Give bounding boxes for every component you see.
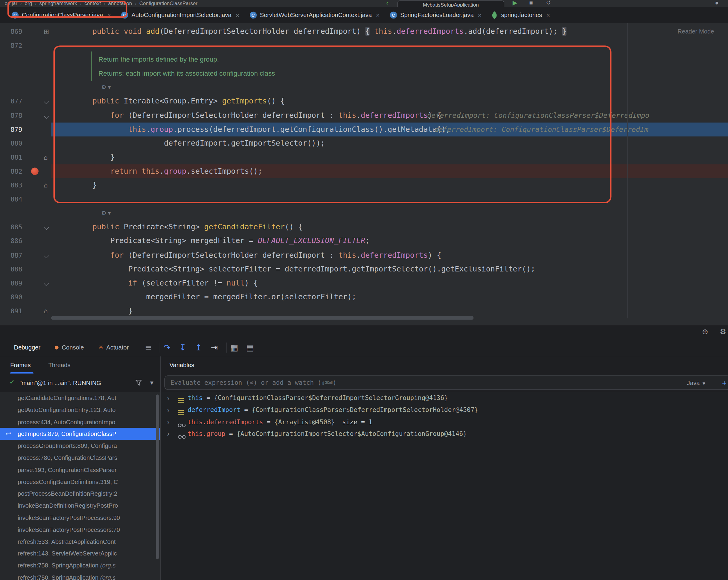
run-icon[interactable]: ▶ <box>513 0 517 6</box>
step-into-icon[interactable]: ↧ <box>179 339 186 357</box>
editor-horizontal-scrollbar[interactable] <box>51 316 474 320</box>
fold-end-icon[interactable]: ⌂ <box>44 304 48 318</box>
stack-frame-row[interactable]: invokeBeanFactoryPostProcessors:70 <box>0 524 160 536</box>
thread-status[interactable]: "main"@1 in ...ain": RUNNING <box>20 374 101 392</box>
expand-chevron-icon[interactable]: › <box>167 416 170 428</box>
code-line[interactable]: } <box>51 178 728 192</box>
variables-panel[interactable]: ›this = {ConfigurationClassParser$Deferr… <box>161 392 728 580</box>
stack-frame-row[interactable]: refresh:758, SpringApplication (org.s <box>0 560 160 572</box>
run-configuration-selector[interactable]: MybatisSetupApplication <box>397 1 504 7</box>
target-icon[interactable]: ⊕ <box>702 327 708 336</box>
code-line[interactable]: mergedFilter = mergedFilter.or(selectorF… <box>51 290 728 304</box>
stack-frame-row[interactable]: parse:193, ConfigurationClassParser <box>0 464 160 476</box>
filter-funnel-icon[interactable] <box>135 379 142 386</box>
search-icon[interactable]: ● <box>715 0 719 6</box>
fold-chevron-icon[interactable] <box>44 253 49 258</box>
stack-frame-row[interactable]: refresh:750, SpringApplication (org.s <box>0 572 160 580</box>
fold-chevron-icon[interactable] <box>44 99 49 105</box>
step-out-icon[interactable]: ↥ <box>195 339 202 357</box>
code-line[interactable] <box>51 38 728 53</box>
close-tab-icon[interactable]: × <box>107 11 111 19</box>
code-line[interactable]: public void add(DeferredImportSelectorHo… <box>51 25 728 38</box>
back-arrow-icon[interactable]: ‹ <box>386 0 389 6</box>
editor-tab[interactable]: CSpringFactoriesLoader.java× <box>385 7 487 23</box>
editor-tab[interactable]: CServletWebServerApplicationContext.java… <box>244 7 385 23</box>
stack-frame-row[interactable]: getCandidateConfigurations:178, Aut <box>0 392 160 404</box>
close-tab-icon[interactable]: × <box>376 11 380 19</box>
stack-frame-row[interactable]: postProcessBeanDefinitionRegistry:2 <box>0 488 160 500</box>
doc-render-gear-icon[interactable]: ⚙ ▾ <box>101 206 111 220</box>
fold-end-icon[interactable]: ⌂ <box>44 150 48 164</box>
doc-render-gear-icon[interactable]: ⚙ ▾ <box>101 80 111 95</box>
variable-row[interactable]: ›this = {ConfigurationClassParser$Deferr… <box>161 392 728 404</box>
rerun-icon[interactable]: ↺ <box>546 0 551 6</box>
variable-row[interactable]: ›this.group = {AutoConfigurationImportSe… <box>161 428 728 440</box>
run-to-cursor-icon[interactable]: ⇥ <box>211 339 218 357</box>
reader-mode-label[interactable]: Reader Mode <box>677 28 714 35</box>
variable-row[interactable]: ›this.deferredImports = {ArrayList@4508}… <box>161 416 728 428</box>
editor-tab[interactable]: spring.factories× <box>487 7 555 23</box>
variable-row[interactable]: ›deferredImport = {ConfigurationClassPar… <box>161 404 728 416</box>
frames-list[interactable]: getCandidateConfigurations:178, AutgetAu… <box>0 392 160 580</box>
close-tab-icon[interactable]: × <box>236 11 240 19</box>
tab-variables[interactable]: Variables <box>170 357 194 373</box>
code-line[interactable]: Predicate<String> mergedFilter = DEFAULT… <box>51 234 728 248</box>
breadcrumb-item[interactable]: context <box>84 1 101 6</box>
evaluate-expression-bar[interactable]: Evaluate expression (⏎) or add a watch (… <box>164 375 728 390</box>
code-line[interactable]: deferredImport.getImportSelector()); <box>51 136 728 150</box>
breadcrumb-item[interactable]: ConfigurationClassParser <box>139 1 198 6</box>
fold-chevron-icon[interactable] <box>44 225 49 230</box>
code-line[interactable] <box>51 192 728 206</box>
step-over-icon[interactable]: ↷ <box>163 339 170 357</box>
fold-chevron-icon[interactable] <box>44 113 49 119</box>
breadcrumb-item[interactable]: org <box>25 1 32 6</box>
expand-chevron-icon[interactable]: › <box>167 404 170 416</box>
stack-frame-row[interactable]: process:780, ConfigurationClassPars <box>0 452 160 464</box>
breadcrumb-item[interactable]: annotation <box>108 1 132 6</box>
close-tab-icon[interactable]: × <box>478 11 482 19</box>
stop-icon[interactable]: ■ <box>529 0 533 6</box>
stack-frame-row[interactable]: ↩getImports:879, ConfigurationClassP <box>0 428 160 440</box>
code-editor[interactable]: 869⊞ public void add(DeferredImportSelec… <box>0 23 728 325</box>
fold-chevron-icon[interactable] <box>44 281 49 286</box>
tab-console[interactable]: Console <box>55 339 84 357</box>
editor-tab[interactable]: CAutoConfigurationImportSelector.java× <box>116 7 244 23</box>
code-line[interactable]: } <box>51 150 728 164</box>
breakpoint-icon[interactable] <box>31 167 38 175</box>
code-line[interactable]: public Iterable<Group.Entry> getImports(… <box>51 95 728 108</box>
tab-threads[interactable]: Threads <box>48 357 70 373</box>
tab-frames[interactable]: Frames <box>10 357 30 373</box>
code-line[interactable]: Predicate<String> selectorFilter = defer… <box>51 262 728 276</box>
stack-frame-row[interactable]: invokeBeanDefinitionRegistryPostPro <box>0 500 160 512</box>
stack-frame-row[interactable]: processGroupImports:809, Configura <box>0 440 160 452</box>
expand-chevron-icon[interactable]: › <box>167 392 170 404</box>
stack-frame-row[interactable]: refresh:143, ServletWebServerApplic <box>0 548 160 560</box>
fold-end-icon[interactable]: ⌂ <box>44 178 48 192</box>
code-line[interactable]: return this.group.selectImports(); <box>51 164 728 178</box>
tab-debugger[interactable]: Debugger <box>14 339 41 357</box>
breadcrumb[interactable]: oe.jar›org›springframework›context›annot… <box>5 0 198 7</box>
stack-frame-row[interactable]: invokeBeanFactoryPostProcessors:90 <box>0 512 160 524</box>
view-grid-icon[interactable]: ▦ <box>230 339 238 357</box>
thread-dropdown-chevron-icon[interactable]: ▼ <box>149 374 154 392</box>
stack-frame-row[interactable]: refresh:533, AbstractApplicationCont <box>0 536 160 548</box>
code-line[interactable]: if (selectorFilter != null) { <box>51 276 728 290</box>
expand-chevron-icon[interactable]: › <box>167 428 170 440</box>
tab-actuator[interactable]: ✳Actuator <box>98 339 129 357</box>
code-line[interactable]: for (DeferredImportSelectorHolder deferr… <box>51 248 728 262</box>
layout-settings-icon[interactable]: ▤ <box>246 339 254 357</box>
stack-frame-row[interactable]: processConfigBeanDefinitions:319, C <box>0 476 160 488</box>
stack-frame-row[interactable]: process:434, AutoConfigurationImpo <box>0 416 160 428</box>
language-selector[interactable]: Java▼ <box>687 376 706 390</box>
fold-expand-icon[interactable]: ⊞ <box>44 25 49 38</box>
breadcrumb-item[interactable]: oe.jar <box>5 1 18 6</box>
stack-frame-row[interactable]: getAutoConfigurationEntry:123, Auto <box>0 404 160 416</box>
frames-scrollbar[interactable] <box>156 394 159 559</box>
close-tab-icon[interactable]: × <box>546 11 550 19</box>
settings-gear-icon[interactable]: ⚙ <box>720 327 726 336</box>
threads-view-icon[interactable]: ≡ <box>145 339 152 357</box>
code-line[interactable]: public Predicate<String> getCandidateFil… <box>51 220 728 234</box>
editor-tab[interactable]: CConfigurationClassParser.java× <box>6 7 116 23</box>
breadcrumb-item[interactable]: springframework <box>40 1 77 6</box>
add-watch-icon[interactable]: + <box>722 376 727 390</box>
